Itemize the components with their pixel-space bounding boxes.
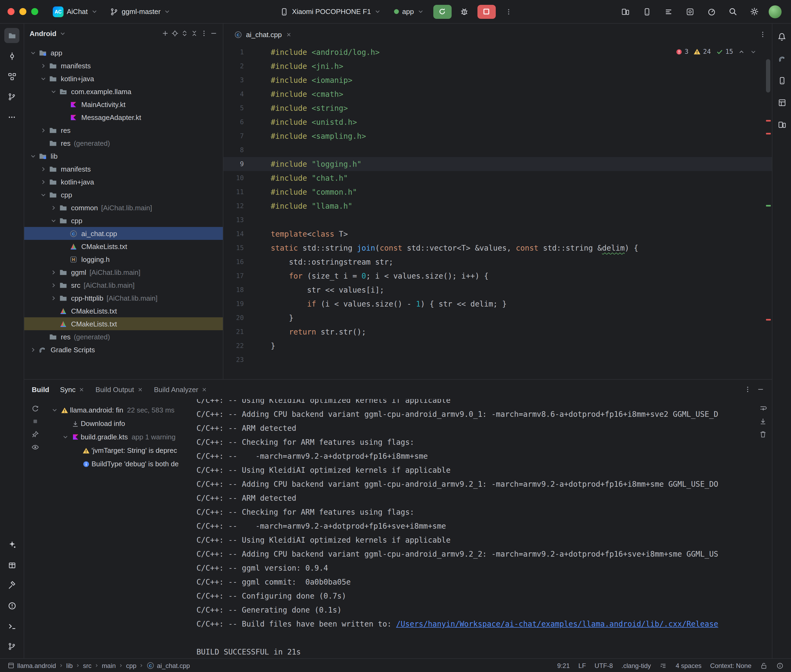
line-number[interactable]: 21 <box>223 328 271 336</box>
line-number[interactable]: 1 <box>223 48 271 56</box>
tree-item-ai-chat-cpp[interactable]: Cai_chat.cpp <box>24 227 223 240</box>
change-stripe-mark[interactable] <box>766 205 771 206</box>
project-tool-button[interactable] <box>4 28 19 43</box>
chevron-right-icon[interactable] <box>29 346 38 353</box>
tree-item-cpp-httplib[interactable]: cpp-httplib[AiChat.lib.main] <box>24 291 223 304</box>
line-number[interactable]: 5 <box>223 104 271 112</box>
error-stripe-mark[interactable] <box>766 319 771 320</box>
cursor-position-widget[interactable]: 9:21 <box>557 662 570 669</box>
editor-tab-ai-chat-cpp[interactable]: C ai_chat.cpp <box>229 24 297 45</box>
code-line-16[interactable]: 16 std::ostringstream str; <box>223 255 772 269</box>
filter-icon[interactable] <box>31 443 39 451</box>
zoom-window-button[interactable] <box>31 8 38 15</box>
tree-item-lib[interactable]: lib <box>24 149 223 162</box>
tree-item-common[interactable]: common[AiChat.lib.main] <box>24 201 223 214</box>
code-line-23[interactable]: 23 <box>223 353 772 367</box>
build-output-path-link[interactable]: /Users/hanyin/Workspace/ai-chat/examples… <box>396 619 718 628</box>
clang-tidy-widget[interactable]: .clang-tidy <box>621 662 651 669</box>
chevron-right-icon[interactable] <box>49 294 58 301</box>
pull-requests-tool-button[interactable] <box>4 89 19 104</box>
chevron-down-icon[interactable] <box>29 49 38 56</box>
running-devices-tool-button[interactable] <box>774 117 789 132</box>
scroll-to-end-button[interactable] <box>759 418 767 426</box>
version-control-tool-button[interactable] <box>4 639 19 654</box>
line-number[interactable]: 17 <box>223 272 271 280</box>
pin-icon[interactable] <box>31 430 39 438</box>
indent-widget[interactable]: 4 spaces <box>676 662 702 669</box>
error-count[interactable]: 3 <box>675 48 688 55</box>
tree-item-cmakelists-txt[interactable]: CMakeLists.txt <box>24 317 223 330</box>
gradle-tool-button[interactable] <box>774 51 789 66</box>
logcat-button[interactable] <box>661 4 676 19</box>
code-line-5[interactable]: 5#include <string> <box>223 101 772 115</box>
previous-issue-button[interactable] <box>738 48 745 55</box>
chevron-down-icon[interactable] <box>49 217 58 224</box>
line-number[interactable]: 7 <box>223 132 271 140</box>
build-tree-item-jvmtarget-string-is-deprec[interactable]: 'jvmTarget: String' is deprec <box>46 444 190 457</box>
close-tab-icon[interactable] <box>137 386 143 392</box>
hide-panel-button[interactable] <box>210 30 217 37</box>
tree-item-kotlin-java[interactable]: kotlin+java <box>24 175 223 188</box>
error-stripe-mark[interactable] <box>766 133 771 134</box>
device-manager-tool-button[interactable] <box>774 73 789 88</box>
chevron-right-icon[interactable] <box>49 204 58 211</box>
code-line-11[interactable]: 11#include "common.h" <box>223 185 772 199</box>
code-line-8[interactable]: 8 <box>223 143 772 157</box>
tree-item-manifests[interactable]: manifests <box>24 59 223 72</box>
chevron-down-icon[interactable] <box>39 191 48 198</box>
pair-devices-button[interactable] <box>640 4 655 19</box>
line-number[interactable]: 11 <box>223 188 271 196</box>
code-line-7[interactable]: 7#include <sampling.h> <box>223 129 772 143</box>
tree-item-cmakelists-txt[interactable]: CMakeLists.txt <box>24 304 223 317</box>
code-line-6[interactable]: 6#include <unistd.h> <box>223 115 772 129</box>
user-avatar[interactable] <box>769 5 781 18</box>
tree-item-mainactivity-kt[interactable]: MainActivity.kt <box>24 98 223 111</box>
code-line-14[interactable]: 14template<class T> <box>223 227 772 241</box>
code-line-2[interactable]: 2#include <jni.h> <box>223 59 772 73</box>
collapse-all-button[interactable] <box>191 30 198 37</box>
breadcrumb-item-llama-android[interactable]: llama.android <box>17 662 56 669</box>
ai-assistant-tool-button[interactable] <box>4 537 19 552</box>
tree-item-cmakelists-txt[interactable]: CMakeLists.txt <box>24 240 223 253</box>
chevron-down-icon[interactable] <box>49 88 58 95</box>
project-selector[interactable]: AC AiChat <box>49 4 102 19</box>
code-editor[interactable]: 3 24 15 1#include <android/log.h>2#inclu… <box>223 45 772 379</box>
stop-button[interactable] <box>477 5 496 19</box>
tree-item-kotlin-java[interactable]: kotlin+java <box>24 72 223 85</box>
chevron-right-icon[interactable] <box>39 126 48 134</box>
branch-selector[interactable]: ggml-master <box>106 5 175 18</box>
line-number[interactable]: 8 <box>223 146 271 154</box>
locate-file-button[interactable] <box>171 30 179 37</box>
commit-tool-button[interactable] <box>4 48 19 64</box>
breadcrumb-item-src[interactable]: src <box>83 662 91 669</box>
chevron-down-icon[interactable] <box>29 152 38 160</box>
app-inspection-button[interactable] <box>682 4 698 19</box>
close-tab-icon[interactable] <box>286 32 292 37</box>
line-number[interactable]: 23 <box>223 356 271 363</box>
terminal-tool-button[interactable] <box>4 619 19 634</box>
build-tree-item-buildtype-debug-is-both-de[interactable]: BuildType 'debug' is both de <box>46 457 190 470</box>
chevron-down-icon[interactable] <box>61 434 70 440</box>
line-number[interactable]: 3 <box>223 76 271 84</box>
line-number[interactable]: 16 <box>223 258 271 266</box>
chevron-right-icon[interactable] <box>49 282 58 288</box>
build-tab-build-analyzer[interactable]: Build Analyzer <box>154 386 207 394</box>
add-button[interactable] <box>162 30 169 37</box>
build-tool-button[interactable] <box>4 578 19 593</box>
tree-item-res[interactable]: res(generated) <box>24 137 223 149</box>
build-tree-item-build-gradle-kts[interactable]: build.gradle.ktsapp 1 warning <box>46 430 190 444</box>
close-window-button[interactable] <box>8 8 14 15</box>
problems-tool-button[interactable] <box>4 598 19 613</box>
build-tree-item-llama-android-fin[interactable]: llama.android: fin22 sec, 583 ms <box>46 403 190 417</box>
line-number[interactable]: 18 <box>223 286 271 294</box>
chevron-right-icon[interactable] <box>49 269 58 276</box>
build-tree-item-download-info[interactable]: Download info <box>46 417 190 430</box>
code-line-13[interactable]: 13 <box>223 213 772 227</box>
warning-count[interactable]: 24 <box>693 48 711 55</box>
encoding-widget[interactable]: UTF-8 <box>595 662 613 669</box>
line-number[interactable]: 6 <box>223 118 271 126</box>
code-line-17[interactable]: 17 for (size_t i = 0; i < values.size();… <box>223 269 772 283</box>
chevron-right-icon[interactable] <box>39 178 48 185</box>
chevron-down-icon[interactable] <box>39 75 48 82</box>
device-selector[interactable]: Xiaomi POCOPHONE F1 <box>276 5 385 18</box>
